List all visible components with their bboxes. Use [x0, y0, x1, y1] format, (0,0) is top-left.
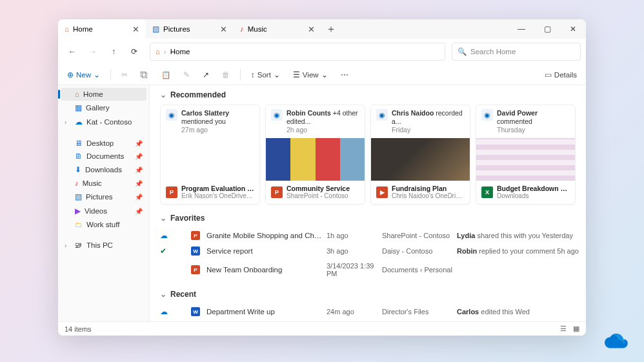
file-location: Daisy - Contoso [382, 247, 453, 255]
body: ⌂ Home ▦ Gallery ›☁ Kat - Contoso 🖥Deskt… [58, 85, 586, 321]
sidebar-item-workstuff[interactable]: 🗀Work stuff [61, 218, 146, 231]
file-row[interactable]: ✔ W Service report 3h ago Daisy - Contos… [160, 243, 576, 259]
view-button[interactable]: ☰ View ⌄ [289, 68, 332, 81]
tab-label: Music [248, 25, 267, 33]
rename-button[interactable]: ✎ [179, 68, 194, 81]
chevron-right-icon[interactable]: › [65, 242, 71, 249]
item-count: 14 items [65, 325, 92, 333]
close-tab-icon[interactable]: ✕ [132, 25, 139, 34]
search-box[interactable]: 🔍 Search Home [452, 43, 581, 61]
back-button[interactable]: ← [63, 43, 81, 61]
cut-button[interactable]: ✂ [117, 68, 132, 81]
tab-label: Home [73, 25, 93, 33]
activity-text: Robin Counts +4 other edited... [287, 109, 359, 125]
thumbnail [161, 138, 259, 181]
icons-view-icon[interactable]: ▦ [573, 325, 579, 333]
tab-pictures[interactable]: ▧ Pictures ✕ [146, 19, 234, 39]
toolbar: ⊕ New ⌄ ✂ ⿻ 📋 ✎ ↗ 🗑 ↕ Sort ⌄ ☰ View ⌄ ⋯ … [58, 65, 586, 85]
new-button[interactable]: ⊕ New ⌄ [63, 68, 104, 81]
sidebar-item-label: Work stuff [86, 221, 119, 228]
pin-icon[interactable]: 📌 [135, 208, 143, 215]
file-title: Fundraising Plan [392, 185, 465, 193]
pin-icon[interactable]: 📌 [135, 194, 143, 201]
tab-music[interactable]: ♪ Music ✕ [234, 19, 321, 39]
home-icon: ⌂ [156, 48, 160, 55]
sidebar-item-label: Desktop [86, 139, 114, 147]
section-favorites: ⌄ Favorites ☁ P Granite Mobile Shopping … [160, 214, 576, 281]
search-icon: 🔍 [458, 47, 467, 56]
chevron-down-icon: ⌄ [160, 290, 166, 299]
copy-button[interactable]: ⿻ [137, 69, 152, 81]
sidebar-item-pictures[interactable]: ▧Pictures📌 [61, 190, 146, 204]
chevron-right-icon[interactable]: › [65, 119, 71, 126]
sidebar-item-thispc[interactable]: ›🖳This PC [61, 239, 146, 252]
close-tab-icon[interactable]: ✕ [308, 25, 315, 34]
recommended-card[interactable]: ◉ David Power commented Thursday X Budge… [476, 105, 576, 205]
file-time: 3h ago [327, 247, 378, 255]
new-tab-button[interactable]: ＋ [321, 19, 341, 39]
address-bar[interactable]: ⌂ › Home [150, 43, 445, 61]
pin-icon[interactable]: 📌 [135, 140, 143, 147]
onedrive-logo [600, 332, 630, 352]
sidebar-item-videos[interactable]: ▶Videos📌 [61, 204, 146, 218]
sidebar-item-gallery[interactable]: ▦ Gallery [61, 101, 146, 115]
details-button[interactable]: ▭ Details [541, 68, 581, 81]
paste-button[interactable]: 📋 [157, 68, 174, 81]
navbar: ← → ↑ ⟳ ⌂ › Home 🔍 Search Home [58, 39, 586, 65]
activity-icon: ◉ [376, 109, 388, 121]
file-type-icon: W [191, 246, 200, 256]
up-button[interactable]: ↑ [105, 43, 123, 61]
sidebar-item-music[interactable]: ♪Music📌 [61, 177, 146, 190]
sidebar-item-documents[interactable]: 🗎Documents📌 [61, 150, 146, 163]
file-row[interactable]: P New Team Onboarding 3/14/2023 1:39 PM … [160, 259, 576, 281]
section-header[interactable]: ⌄ Recent [160, 290, 576, 299]
section-header[interactable]: ⌄ Favorites [160, 214, 576, 223]
sidebar: ⌂ Home ▦ Gallery ›☁ Kat - Contoso 🖥Deskt… [58, 85, 150, 321]
details-view-icon[interactable]: ☰ [560, 325, 567, 333]
music-icon: ♪ [240, 25, 244, 33]
close-tab-icon[interactable]: ✕ [220, 25, 227, 34]
forward-button[interactable]: → [84, 43, 102, 61]
more-button[interactable]: ⋯ [337, 68, 352, 81]
activity-text: Chris Naidoo recorded a... [392, 109, 465, 125]
home-icon: ⌂ [75, 90, 79, 98]
section-header[interactable]: ⌄ Recommended [160, 90, 576, 99]
tab-label: Pictures [163, 25, 190, 33]
sidebar-item-onedrive[interactable]: ›☁ Kat - Contoso [61, 115, 146, 129]
recommended-card[interactable]: ◉ Chris Naidoo recorded a... Friday ▶ Fu… [370, 105, 470, 205]
sidebar-item-desktop[interactable]: 🖥Desktop📌 [61, 137, 146, 150]
file-row[interactable]: ☁ P Granite Mobile Shopping and Checkout… [160, 228, 576, 243]
details-label: Details [554, 71, 577, 79]
sidebar-item-home[interactable]: ⌂ Home [61, 88, 146, 101]
file-activity: Lydia shared this with you Yesterday [457, 232, 586, 239]
file-time: 3/14/2023 1:39 PM [327, 262, 378, 277]
pin-icon[interactable]: 📌 [135, 153, 143, 160]
recommended-card[interactable]: ◉ Robin Counts +4 other edited... 2h ago… [265, 105, 365, 205]
sidebar-item-downloads[interactable]: ⬇Downloads📌 [61, 163, 146, 177]
delete-button[interactable]: 🗑 [218, 69, 234, 81]
section-title: Recommended [170, 90, 226, 99]
minimize-button[interactable]: — [508, 19, 534, 39]
maximize-button[interactable]: ▢ [534, 19, 560, 39]
file-type-icon: ▶ [376, 186, 388, 198]
pin-icon[interactable]: 📌 [135, 166, 143, 174]
file-location: SharePoint - Contoso [287, 192, 350, 200]
tab-home[interactable]: ⌂ Home ✕ [58, 19, 146, 39]
pin-icon[interactable]: 📌 [135, 180, 143, 187]
activity-text: David Power commented [497, 109, 570, 125]
sort-button[interactable]: ↕ Sort ⌄ [247, 68, 284, 81]
close-button[interactable]: ✕ [560, 19, 586, 39]
statusbar: 14 items ☰ ▦ [58, 321, 586, 336]
file-row[interactable]: ☁ W Department Write up 24m ago Director… [160, 304, 576, 319]
refresh-button[interactable]: ⟳ [125, 43, 143, 61]
share-button[interactable]: ↗ [199, 68, 213, 81]
section-recent: ⌄ Recent ☁ W Department Write up 24m ago… [160, 290, 576, 321]
thumbnail [371, 138, 470, 181]
cloud-icon: ☁ [160, 232, 168, 239]
cloud-icon: ☁ [160, 308, 168, 316]
breadcrumb[interactable]: Home [170, 48, 190, 55]
activity-icon: ◉ [271, 109, 283, 121]
recommended-card[interactable]: ◉ Carlos Slattery mentioned you 27m ago … [160, 105, 260, 205]
file-time: 1h ago [327, 232, 378, 239]
file-type-icon: P [271, 186, 283, 198]
